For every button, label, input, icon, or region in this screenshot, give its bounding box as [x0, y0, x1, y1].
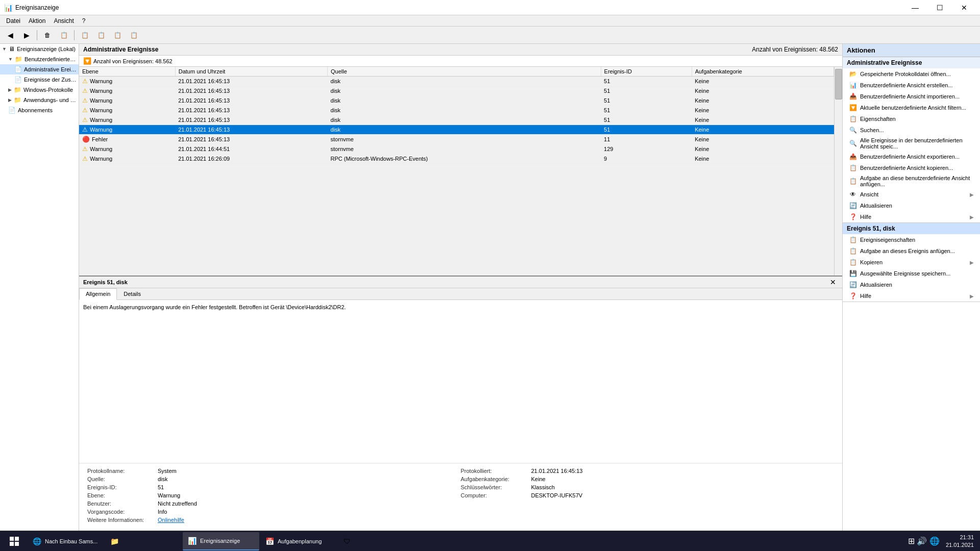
detail-close-button[interactable]: ✕: [828, 278, 838, 286]
meta-schluesselwoerter-value: Klassisch: [531, 484, 555, 490]
table-row[interactable]: ⚠ Warnung 21.01.2021 16:45:13 disk 51 Ke…: [79, 86, 834, 96]
action-filter-view[interactable]: 🔽 Aktuelle benutzerdefinierte Ansicht fi…: [843, 102, 980, 113]
action-ansicht-label: Ansicht: [860, 191, 878, 197]
hilfe-1-icon: ❓: [849, 213, 857, 221]
action-ereigniseigenschaften[interactable]: 📋 Ereigniseigenschaften: [843, 234, 980, 245]
maximize-button[interactable]: ☐: [928, 0, 951, 15]
action-create-view[interactable]: 📊 Benutzerdefinierte Ansicht erstellen..…: [843, 80, 980, 91]
warn-icon: ⚠: [82, 87, 88, 94]
taskbar-aufgabenplanung-label: Aufgabenplanung: [278, 538, 322, 544]
toolbar-back[interactable]: ◀: [3, 29, 17, 42]
table-row[interactable]: ⚠ Warnung 21.01.2021 16:26:09 RPC (Micro…: [79, 154, 834, 164]
cell-id: 129: [601, 144, 692, 154]
toolbar-btn-4[interactable]: 📋: [94, 29, 108, 42]
action-import-view[interactable]: 📥 Benutzerdefinierte Ansicht importieren…: [843, 91, 980, 102]
table-row[interactable]: ⚠ Warnung 21.01.2021 16:45:13 disk 51 Ke…: [79, 125, 834, 135]
toolbar-btn-2[interactable]: 📋: [57, 29, 71, 42]
menu-ansicht[interactable]: Ansicht: [50, 16, 78, 26]
action-aktualisieren-2[interactable]: 🔄 Aktualisieren: [843, 279, 980, 290]
action-aktualisieren-1[interactable]: 🔄 Aktualisieren: [843, 200, 980, 211]
action-search[interactable]: 🔍 Suchen...: [843, 124, 980, 136]
toolbar-forward[interactable]: ▶: [19, 29, 34, 42]
col-aufgabe[interactable]: Aufgabenkategorie: [692, 67, 834, 77]
error-icon: 🔴: [82, 136, 90, 143]
action-kopieren[interactable]: 📋 Kopieren ▶: [843, 257, 980, 268]
toolbar-btn-5[interactable]: 📋: [110, 29, 125, 42]
toolbar-btn-1[interactable]: 🗑: [40, 29, 55, 42]
tab-details[interactable]: Details: [117, 288, 148, 299]
menu-help[interactable]: ?: [78, 16, 90, 26]
action-aufgabe-ereignis[interactable]: 📋 Aufgabe an dieses Ereignis anfügen...: [843, 245, 980, 257]
table-row[interactable]: ⚠ Warnung 21.01.2021 16:45:13 disk 51 Ke…: [79, 77, 834, 86]
cell-id: 51: [601, 96, 692, 106]
sidebar-item-abonnements[interactable]: 📄 Abonnements: [0, 105, 79, 115]
minimize-button[interactable]: —: [903, 0, 927, 15]
aktualisieren-2-icon: 🔄: [849, 281, 857, 289]
action-save-selected[interactable]: 💾 Ausgewählte Ereignisse speichern...: [843, 268, 980, 279]
action-save-all[interactable]: 🔍 Alle Ereignisse in der benutzerdefinie…: [843, 136, 980, 151]
taskbar-clock[interactable]: 21:31 21.01.2021: [946, 534, 974, 548]
toolbar: ◀ ▶ 🗑 📋 📋 📋 📋 📋: [0, 27, 980, 44]
menu-datei[interactable]: Datei: [2, 16, 24, 26]
table-row[interactable]: ⚠ Warnung 21.01.2021 16:44:51 stornvme 1…: [79, 144, 834, 154]
col-ebene[interactable]: Ebene: [79, 67, 175, 77]
kopieren-arrow: ▶: [970, 260, 974, 265]
scrollbar[interactable]: [834, 67, 842, 276]
taskbar-browser-label: Nach Einbau Sams...: [45, 538, 97, 544]
table-row[interactable]: 🔴 Fehler 21.01.2021 16:45:13 stornvme 11…: [79, 135, 834, 144]
cell-datetime: 21.01.2021 16:45:13: [175, 115, 327, 125]
action-attach-task[interactable]: 📋 Aufgabe an diese benutzerdefinierte An…: [843, 173, 980, 189]
detail-content: Bei einem Auslagerungsvorgang wurde ein …: [79, 300, 842, 531]
sidebar-item-anwendungen[interactable]: ▶ 📁 Anwendungs- und Diensp...: [0, 95, 79, 105]
menu-aktion[interactable]: Aktion: [24, 16, 50, 26]
cell-category: Keine: [692, 77, 834, 86]
col-datetime[interactable]: Datum und Uhrzeit: [175, 67, 327, 77]
center-area: Administrative Ereignisse Anzahl von Ere…: [79, 44, 842, 531]
cell-category: Keine: [692, 106, 834, 115]
action-export-view[interactable]: 📤 Benutzerdefinierte Ansicht exportieren…: [843, 151, 980, 162]
table-row[interactable]: ⚠ Warnung 21.01.2021 16:45:13 disk 51 Ke…: [79, 96, 834, 106]
expand-icon: ▼: [2, 46, 7, 52]
col-ereignis-id[interactable]: Ereignis-ID: [601, 67, 692, 77]
meta-protokolliert-value: 21.01.2021 16:45:13: [531, 468, 583, 474]
filter-view-icon: 🔽: [849, 104, 857, 112]
clock-time: 21:31: [946, 534, 974, 541]
cell-datetime: 21.01.2021 16:44:51: [175, 144, 327, 154]
meta-computer-value: DESKTOP-IUFK57V: [531, 492, 583, 498]
sidebar-item-custom-views[interactable]: ▼ 📁 Benutzerdefinierte Ansichten: [0, 54, 79, 64]
action-copy-view[interactable]: 📋 Benutzerdefinierte Ansicht kopieren...: [843, 162, 980, 173]
sidebar-item-zusammenfassung[interactable]: 📄 Ereignisse der Zusam...: [0, 74, 79, 85]
action-ansicht[interactable]: 👁 Ansicht ▶: [843, 189, 980, 200]
sidebar-item-windows-protokolle-label: Windows-Protokolle: [23, 87, 73, 93]
sidebar-item-admin-events[interactable]: 📄 Administrative Ereignisse: [0, 64, 79, 74]
events-table-wrapper: Ebene Datum und Uhrzeit Quelle Ereignis-…: [79, 67, 842, 276]
table-row[interactable]: ⚠ Warnung 21.01.2021 16:45:13 disk 51 Ke…: [79, 115, 834, 125]
action-open-log[interactable]: 📂 Gespeicherte Protokolldatei öffnen...: [843, 68, 980, 80]
meta-weitere-link[interactable]: Onlinehilfe: [158, 517, 184, 523]
sidebar-item-root[interactable]: ▼ 🖥 Ereignisanzeige (Lokal): [0, 44, 79, 54]
taskbar-app-aufgabenplanung[interactable]: 📅 Aufgabenplanung: [260, 532, 337, 550]
col-quelle[interactable]: Quelle: [328, 67, 601, 77]
taskbar-app-browser[interactable]: 🌐 Nach Einbau Sams...: [28, 532, 104, 550]
table-row[interactable]: ⚠ Warnung 21.01.2021 16:45:13 disk 51 Ke…: [79, 106, 834, 115]
action-properties[interactable]: 📋 Eigenschaften: [843, 113, 980, 124]
taskbar-start-button[interactable]: [2, 532, 27, 550]
tab-allgemein[interactable]: Allgemein: [79, 288, 117, 300]
actions-section-1-header[interactable]: Administrative Ereignisse: [843, 57, 980, 68]
cell-category: Keine: [692, 115, 834, 125]
events-table-scroll[interactable]: Ebene Datum und Uhrzeit Quelle Ereignis-…: [79, 67, 834, 276]
toolbar-btn-6[interactable]: 📋: [127, 29, 141, 42]
taskbar-app-explorer[interactable]: 📁: [105, 532, 182, 550]
sidebar-item-windows-protokolle[interactable]: ▶ 📁 Windows-Protokolle: [0, 85, 79, 95]
action-aktualisieren-1-label: Aktualisieren: [860, 203, 892, 209]
taskbar-app-ereignisanzeige[interactable]: 📊 Ereignisanzeige: [183, 532, 259, 550]
toolbar-btn-3[interactable]: 📋: [78, 29, 92, 42]
action-hilfe-2[interactable]: ❓ Hilfe ▶: [843, 290, 980, 302]
actions-section-2-header[interactable]: Ereignis 51, disk: [843, 223, 980, 234]
scroll-thumb[interactable]: [835, 69, 842, 99]
event-count: Anzahl von Ereignissen: 48.562: [752, 46, 838, 53]
properties-icon: 📋: [849, 115, 857, 123]
close-button[interactable]: ✕: [952, 0, 976, 15]
action-hilfe-1[interactable]: ❓ Hilfe ▶: [843, 211, 980, 222]
taskbar-app-shield[interactable]: 🛡: [338, 532, 414, 550]
